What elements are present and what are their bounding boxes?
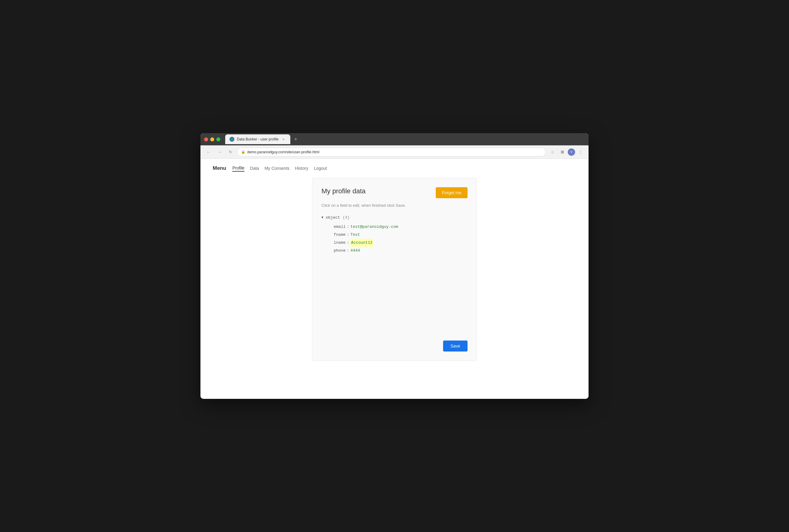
browser-window: 🌐 Data Bunker - user profile × + ← → ↻ 🔒… xyxy=(200,133,589,399)
save-button[interactable]: Save xyxy=(443,341,467,352)
json-value-lname[interactable]: Account12 xyxy=(350,239,373,247)
json-key-email: email xyxy=(334,223,346,231)
profile-initial: Y xyxy=(570,150,572,154)
lock-icon: 🔒 xyxy=(241,150,245,154)
menu-item-logout[interactable]: Logout xyxy=(314,165,327,171)
tab-close-button[interactable]: × xyxy=(281,137,286,142)
json-rows: email : test@paranoidguy.com fname : Tes… xyxy=(322,223,467,255)
traffic-lights xyxy=(204,137,220,141)
json-viewer: ▼ object {4} email : test@paranoidguy.co… xyxy=(322,214,467,255)
card-header: My profile data Forget me xyxy=(322,187,467,198)
profile-avatar[interactable]: Y xyxy=(568,148,575,156)
maximize-button[interactable] xyxy=(216,137,220,141)
refresh-button[interactable]: ↻ xyxy=(226,148,235,156)
json-object-header: ▼ object {4} xyxy=(322,214,467,222)
card-instruction: Click on a field to edit, when finished … xyxy=(322,203,467,208)
json-colon-email: : xyxy=(347,223,349,231)
save-btn-container: Save xyxy=(443,341,467,352)
menu-label: Menu xyxy=(213,165,226,171)
json-value-fname[interactable]: Test xyxy=(350,231,360,239)
menu-item-my-consents[interactable]: My Consents xyxy=(264,165,290,171)
minimize-button[interactable] xyxy=(210,137,214,141)
json-row-email: email : test@paranoidguy.com xyxy=(334,223,467,231)
json-row-lname: lname : Account12 xyxy=(334,239,467,247)
json-object-label: object xyxy=(326,214,340,222)
back-icon: ← xyxy=(206,150,210,154)
card-title: My profile data xyxy=(322,187,365,195)
json-colon-phone: : xyxy=(347,247,349,255)
back-button[interactable]: ← xyxy=(204,148,213,156)
forward-icon: → xyxy=(217,150,221,154)
json-key-lname: lname xyxy=(334,239,346,247)
menu-item-data[interactable]: Data xyxy=(250,165,259,171)
extensions-icon: ⊞ xyxy=(561,150,564,154)
menu-item-history[interactable]: History xyxy=(295,165,308,171)
collapse-triangle[interactable]: ▼ xyxy=(322,215,323,221)
new-tab-button[interactable]: + xyxy=(292,135,300,144)
tab-title: Data Bunker - user profile xyxy=(237,137,279,141)
url-text: demo.paranoidguy.com/site/user-profile.h… xyxy=(247,150,319,154)
json-key-phone: phone xyxy=(334,247,346,255)
tab-bar: 🌐 Data Bunker - user profile × + xyxy=(225,134,300,144)
active-tab[interactable]: 🌐 Data Bunker - user profile × xyxy=(225,134,290,144)
address-bar[interactable]: 🔒 demo.paranoidguy.com/site/user-profile… xyxy=(237,148,546,156)
close-button[interactable] xyxy=(204,137,208,141)
nav-actions: ☆ ⊞ Y ⋮ xyxy=(548,148,585,156)
bookmark-button[interactable]: ☆ xyxy=(548,148,557,156)
json-value-phone[interactable]: 4444 xyxy=(350,247,360,255)
menu-items: Profile Data My Consents History Logout xyxy=(232,165,327,172)
star-icon: ☆ xyxy=(551,150,555,154)
main-card: My profile data Forget me Click on a fie… xyxy=(312,178,477,361)
json-row-phone: phone : 4444 xyxy=(334,247,467,255)
json-colon-fname: : xyxy=(347,231,349,239)
json-key-fname: fname xyxy=(334,231,346,239)
more-menu-button[interactable]: ⋮ xyxy=(576,148,585,156)
extensions-button[interactable]: ⊞ xyxy=(558,148,567,156)
tab-favicon: 🌐 xyxy=(230,137,234,142)
title-bar: 🌐 Data Bunker - user profile × + xyxy=(200,133,589,145)
refresh-icon: ↻ xyxy=(229,150,232,154)
forget-me-button[interactable]: Forget me xyxy=(436,187,467,198)
more-icon: ⋮ xyxy=(579,150,583,154)
json-row-fname: fname : Test xyxy=(334,231,467,239)
json-count: {4} xyxy=(343,214,350,222)
json-value-email[interactable]: test@paranoidguy.com xyxy=(350,223,398,231)
menu-bar: Menu Profile Data My Consents History Lo… xyxy=(213,165,576,172)
menu-item-profile[interactable]: Profile xyxy=(232,165,244,172)
nav-bar: ← → ↻ 🔒 demo.paranoidguy.com/site/user-p… xyxy=(200,145,589,159)
forward-button[interactable]: → xyxy=(215,148,224,156)
json-colon-lname: : xyxy=(347,239,349,247)
page-content: Menu Profile Data My Consents History Lo… xyxy=(200,159,589,399)
